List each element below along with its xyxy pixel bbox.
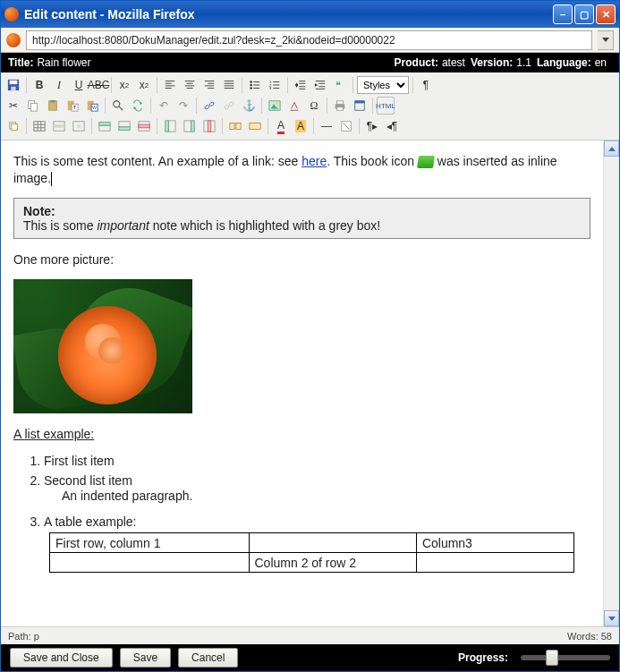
strike-button[interactable]: ABC (89, 76, 107, 94)
content-area: This is some test content. An example of… (1, 140, 619, 626)
split-cells-button[interactable] (226, 117, 244, 135)
scroll-down-button[interactable] (604, 610, 619, 626)
number-list-button[interactable]: 123 (266, 76, 284, 94)
pilcrow-button[interactable]: ¶ (417, 76, 435, 94)
paste-text-button[interactable]: T (64, 97, 81, 115)
redo-button[interactable]: ↷ (174, 97, 192, 115)
col-delete-button[interactable] (200, 117, 218, 135)
blockquote-button[interactable]: ❝ (331, 76, 349, 94)
text-cursor (51, 172, 52, 186)
scroll-track[interactable] (604, 157, 619, 610)
unlink-button[interactable] (220, 97, 238, 115)
svg-rect-44 (30, 103, 37, 111)
copy-button[interactable] (24, 97, 42, 115)
row-after-button[interactable] (115, 117, 133, 135)
svg-rect-93 (230, 123, 234, 130)
svg-rect-69 (355, 101, 365, 104)
svg-text:3: 3 (269, 86, 272, 90)
firefox-icon (4, 7, 19, 21)
svg-point-58 (208, 101, 214, 106)
note-box: Note: This is some important note which … (13, 198, 590, 239)
row-before-button[interactable] (96, 117, 114, 135)
find-button[interactable] (109, 97, 127, 115)
svg-marker-55 (140, 102, 143, 106)
italic-button[interactable]: I (50, 76, 68, 94)
rtl-button[interactable]: ◂¶ (383, 117, 401, 135)
toolbar-row-3: A A — ¶▸ ◂¶ (4, 117, 616, 135)
scrollbar[interactable] (603, 140, 619, 626)
svg-rect-89 (184, 121, 191, 132)
svg-point-63 (276, 102, 278, 105)
merge-cells-button[interactable] (246, 117, 264, 135)
forecolor-button[interactable]: A (272, 117, 290, 135)
minimize-button[interactable]: – (553, 4, 573, 24)
bold-button[interactable]: B (30, 76, 48, 94)
col-before-button[interactable] (161, 117, 179, 135)
close-button[interactable]: ✕ (596, 4, 616, 24)
removeformat-button[interactable] (337, 117, 355, 135)
charmap-button[interactable]: Ω (305, 97, 323, 115)
scroll-up-button[interactable] (604, 140, 619, 157)
slider-thumb[interactable] (546, 650, 558, 666)
cancel-button[interactable]: Cancel (178, 648, 238, 668)
path-value[interactable]: p (34, 631, 39, 642)
svg-point-57 (204, 105, 209, 110)
address-bar: http://localhost:8080/DokuManager/edit.z… (1, 28, 619, 53)
replace-button[interactable] (129, 97, 147, 115)
svg-marker-33 (295, 82, 299, 85)
title-value: Rain flower (37, 56, 90, 69)
product-value: atest (442, 56, 465, 69)
align-left-button[interactable] (161, 76, 179, 94)
print-button[interactable] (331, 97, 349, 115)
svg-rect-2 (11, 87, 15, 90)
svg-rect-86 (139, 124, 149, 128)
save-button[interactable]: Save (120, 648, 171, 668)
row-props-button[interactable] (50, 117, 68, 135)
col-after-button[interactable] (181, 117, 199, 135)
align-justify-button[interactable] (220, 76, 238, 94)
html-button[interactable]: HTML (377, 97, 395, 115)
link-button[interactable] (200, 97, 218, 115)
superscript-button[interactable]: x2 (135, 76, 153, 94)
align-center-button[interactable] (181, 76, 199, 94)
backcolor-button[interactable]: A (292, 117, 310, 135)
language-label: Language: (537, 56, 591, 69)
progress-slider[interactable] (521, 655, 610, 660)
svg-rect-67 (337, 107, 344, 111)
hr-button[interactable]: — (318, 117, 335, 135)
toolbar-area: B I U ABC x2 x2 123 ❝ Styles (1, 72, 619, 140)
anchor-button[interactable]: ⚓ (240, 97, 258, 115)
save-close-button[interactable]: Save and Close (10, 648, 113, 668)
undo-button[interactable]: ↶ (155, 97, 173, 115)
cell-props-button[interactable] (70, 117, 88, 135)
cut-button[interactable]: ✂ (4, 97, 22, 115)
maximize-button[interactable]: ▢ (574, 4, 594, 24)
save-icon[interactable] (4, 76, 22, 94)
styles-select[interactable]: Styles (357, 76, 409, 94)
link-here[interactable]: here (302, 154, 327, 168)
svg-point-19 (250, 81, 252, 83)
align-right-button[interactable] (200, 76, 218, 94)
bullet-list-button[interactable] (246, 76, 264, 94)
url-dropdown[interactable] (598, 30, 614, 50)
row-delete-button[interactable] (135, 117, 153, 135)
indent-button[interactable] (311, 76, 329, 94)
fullscreen-button[interactable] (351, 97, 369, 115)
ltr-button[interactable]: ¶▸ (363, 117, 381, 135)
paste-word-button[interactable]: W (83, 97, 101, 115)
layer-button[interactable] (4, 117, 22, 135)
table-button[interactable] (30, 117, 48, 135)
underline-button[interactable]: U (70, 76, 88, 94)
editor-body[interactable]: This is some test content. An example of… (1, 140, 603, 626)
svg-point-23 (250, 87, 252, 89)
path-label: Path: (8, 631, 31, 642)
toolbar-row-1: B I U ABC x2 x2 123 ❝ Styles (4, 76, 616, 94)
outdent-button[interactable] (292, 76, 310, 94)
svg-rect-81 (99, 125, 110, 131)
image-button[interactable] (266, 97, 284, 115)
subscript-button[interactable]: x2 (115, 76, 133, 94)
note-title: Note: (23, 204, 581, 218)
url-field[interactable]: http://localhost:8080/DokuManager/edit.z… (26, 30, 592, 50)
paste-button[interactable] (44, 97, 62, 115)
cleanup-button[interactable] (285, 97, 303, 115)
